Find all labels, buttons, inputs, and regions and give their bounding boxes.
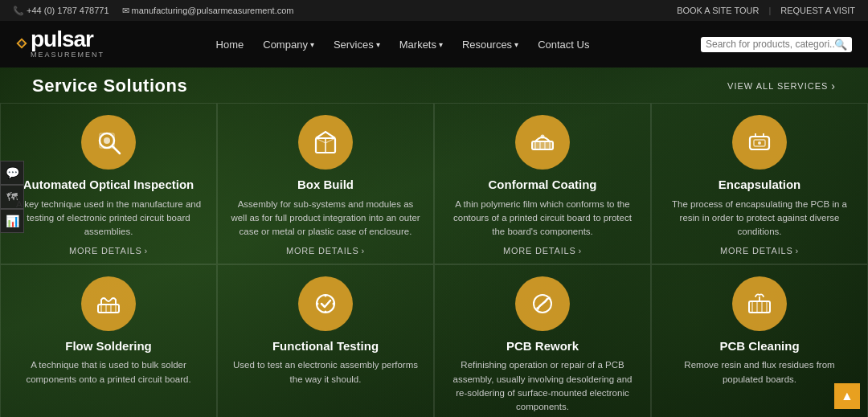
pcb-rework-icon [527,288,558,319]
pcb-rework-title: PCB Rework [506,339,579,354]
pcb-cleaning-icon [744,288,775,319]
box-build-desc: Assembly for sub-systems and modules as … [231,198,420,239]
conformal-coating-desc: A thin polymeric film which conforms to … [448,198,637,239]
section-header: Service Solutions VIEW ALL SERVICES › [0,67,868,103]
view-all-services[interactable]: VIEW ALL SERVICES › [727,80,836,92]
chevron-down-icon: ▾ [514,40,518,49]
flow-soldering-title: Flow Soldering [65,339,152,354]
svg-point-28 [325,294,327,296]
nav-home[interactable]: Home [208,35,252,54]
side-widgets: 💬 🗺 📊 [0,161,24,233]
pcb-cleaning-icon-circle [732,276,787,331]
service-card-box-build[interactable]: Box Build Assembly for sub-systems and m… [217,103,434,264]
email-address: ✉ manufacturing@pulsarmeasurement.com [122,6,294,16]
aoi-icon-circle [81,115,136,170]
search-input[interactable] [706,39,834,50]
conformal-coating-icon-circle [515,115,570,170]
conformal-coating-title: Conformal Coating [489,178,597,193]
arrow-right-icon: › [579,246,582,256]
service-card-flow-soldering[interactable]: Flow Soldering A technique that is used … [0,264,217,418]
logo-text: pulsar [31,28,104,51]
nav-services[interactable]: Services ▾ [326,35,388,54]
top-bar: 📞 +44 (0) 1787 478771 ✉ manufacturing@pu… [0,0,868,21]
top-bar-contact: 📞 +44 (0) 1787 478771 ✉ manufacturing@pu… [13,6,294,16]
chat-widget-button[interactable]: 💬 [0,161,24,185]
search-box[interactable]: 🔍 [701,37,852,52]
logo-diamond-icon [16,31,27,55]
svg-point-30 [325,310,327,313]
nav-markets[interactable]: Markets ▾ [391,35,451,54]
nav-resources[interactable]: Resources ▾ [454,35,526,54]
logo[interactable]: pulsar MEASUREMENT [16,28,104,60]
chevron-down-icon: ▾ [439,40,443,49]
nav-contact[interactable]: Contact Us [530,35,597,54]
functional-testing-title: Functional Testing [272,339,379,354]
functional-testing-icon-circle [298,276,353,331]
service-card-pcb-rework[interactable]: PCB Rework Refinishing operation or repa… [434,264,651,418]
functional-testing-desc: Used to test an electronic assembly perf… [231,358,420,414]
conformal-coating-icon [527,127,558,157]
phone-number: 📞 +44 (0) 1787 478771 [13,6,109,16]
svg-point-19 [758,141,761,145]
functional-testing-icon [310,288,341,319]
pcb-cleaning-desc: Remove resin and flux residues from popu… [665,358,854,414]
chevron-up-icon: ▲ [841,389,854,403]
pcb-cleaning-title: PCB Cleaning [719,339,799,354]
chart-widget-button[interactable]: 📊 [0,209,24,233]
book-tour-link[interactable]: BOOK A SITE TOUR [677,6,759,15]
arrow-right-icon: › [362,246,365,256]
arrow-right-icon: › [796,246,799,256]
pcb-rework-desc: Refinishing operation or repair of a PCB… [448,358,637,414]
aoi-icon [93,127,124,157]
main-nav: pulsar MEASUREMENT Home Company ▾ Servic… [0,21,868,67]
svg-point-29 [333,302,335,305]
search-icon[interactable]: 🔍 [834,39,847,51]
service-card-aoi[interactable]: Automated Optical Inspection A key techn… [0,103,217,264]
service-card-functional-testing[interactable]: Functional Testing Used to test an elect… [217,264,434,418]
svg-point-16 [541,135,545,139]
flow-soldering-desc: A technique that is used to bulk solder … [14,358,203,414]
box-build-icon [310,127,341,157]
conformal-coating-more-details[interactable]: MORE DETAILS › [503,246,582,256]
encapsulation-icon [744,127,775,157]
flow-soldering-icon [93,288,124,319]
svg-point-31 [317,302,319,305]
pcb-rework-icon-circle [515,276,570,331]
encapsulation-desc: The process of encapsulating the PCB in … [665,198,854,239]
map-widget-button[interactable]: 🗺 [0,185,24,209]
service-card-encapsulation[interactable]: Encapsulation The process of encapsulati… [651,103,868,264]
arrow-right-icon: › [145,246,148,256]
aoi-more-details[interactable]: MORE DETAILS › [69,246,148,256]
svg-point-27 [317,295,334,313]
scroll-to-top-button[interactable]: ▲ [834,383,860,409]
top-bar-actions: BOOK A SITE TOUR | REQUEST A VISIT [677,6,855,15]
box-build-icon-circle [298,115,353,170]
encapsulation-more-details[interactable]: MORE DETAILS › [720,246,799,256]
chevron-down-icon: ▾ [376,40,380,49]
aoi-title: Automated Optical Inspection [23,178,194,193]
box-build-title: Box Build [297,178,354,193]
services-grid: Automated Optical Inspection A key techn… [0,103,868,387]
chevron-down-icon: ▾ [310,40,314,49]
encapsulation-icon-circle [732,115,787,170]
encapsulation-title: Encapsulation [719,178,801,193]
svg-point-33 [536,307,539,310]
svg-point-3 [104,137,110,144]
aoi-desc: A key technique used in the manufacture … [14,198,203,239]
logo-subtext: MEASUREMENT [31,51,104,59]
section-title: Service Solutions [32,76,187,96]
nav-links: Home Company ▾ Services ▾ Markets ▾ Reso… [208,35,598,54]
arrow-right-icon: › [831,80,836,92]
flow-soldering-icon-circle [81,276,136,331]
box-build-more-details[interactable]: MORE DETAILS › [286,246,365,256]
request-visit-link[interactable]: REQUEST A VISIT [780,6,855,15]
service-card-conformal-coating[interactable]: Conformal Coating A thin polymeric film … [434,103,651,264]
nav-company[interactable]: Company ▾ [255,35,322,54]
